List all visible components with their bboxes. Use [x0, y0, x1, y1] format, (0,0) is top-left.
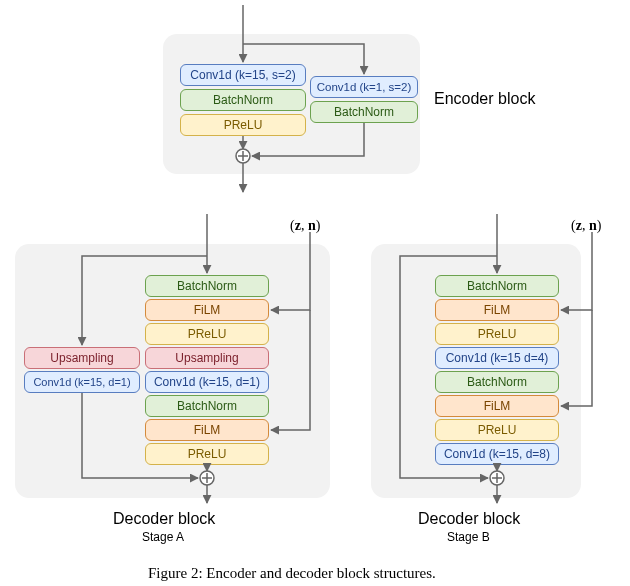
decoderA-stage: Stage A: [142, 530, 184, 544]
encoder-conv-skip: Conv1d (k=1, s=2): [310, 76, 418, 98]
decoderB-conv1: Conv1d (k=15 d=4): [435, 347, 559, 369]
decoderB-prelu2: PReLU: [435, 419, 559, 441]
decoderA-ups-main: Upsampling: [145, 347, 269, 369]
decoderA-conv-main: Conv1d (k=15, d=1): [145, 371, 269, 393]
decoderB-stage: Stage B: [447, 530, 490, 544]
decoderB-prelu1: PReLU: [435, 323, 559, 345]
decoderB-title: Decoder block: [418, 510, 520, 528]
decoderA-title: Decoder block: [113, 510, 215, 528]
encoder-prelu-main: PReLU: [180, 114, 306, 136]
decoderA-bn1: BatchNorm: [145, 275, 269, 297]
decoderA-film2: FiLM: [145, 419, 269, 441]
encoder-conv-main: Conv1d (k=15, s=2): [180, 64, 306, 86]
decoderB-film1: FiLM: [435, 299, 559, 321]
zn-label-b: (z, n): [571, 218, 601, 234]
encoder-title: Encoder block: [434, 90, 535, 108]
decoderB-conv2: Conv1d (k=15, d=8): [435, 443, 559, 465]
decoderA-film1: FiLM: [145, 299, 269, 321]
decoderA-conv-skip: Conv1d (k=15, d=1): [24, 371, 140, 393]
decoderB-film2: FiLM: [435, 395, 559, 417]
decoderB-bn2: BatchNorm: [435, 371, 559, 393]
encoder-bn-skip: BatchNorm: [310, 101, 418, 123]
decoderA-prelu1: PReLU: [145, 323, 269, 345]
figure-caption: Figure 2: Encoder and decoder block stru…: [148, 565, 436, 582]
decoderA-bn2: BatchNorm: [145, 395, 269, 417]
decoderA-ups-skip: Upsampling: [24, 347, 140, 369]
encoder-bn-main: BatchNorm: [180, 89, 306, 111]
decoderB-bn1: BatchNorm: [435, 275, 559, 297]
decoderA-prelu2: PReLU: [145, 443, 269, 465]
zn-label-a: (z, n): [290, 218, 320, 234]
